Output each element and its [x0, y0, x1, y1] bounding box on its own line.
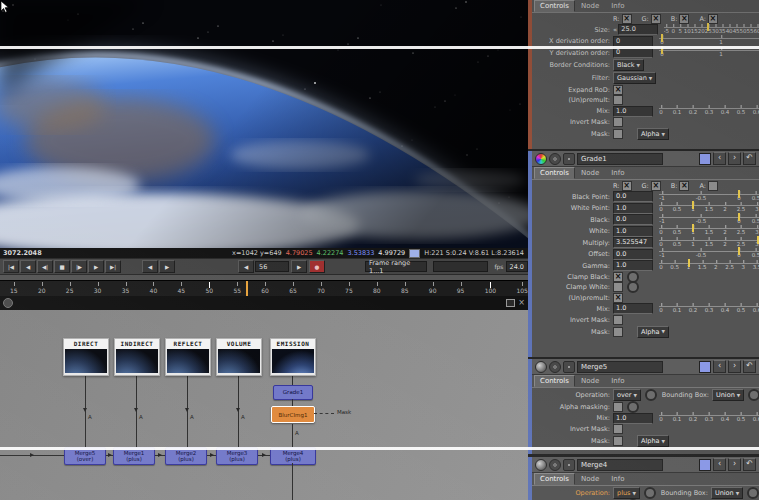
animation-menu-icon[interactable] — [644, 487, 656, 499]
checkbox-x-icon[interactable] — [613, 282, 623, 292]
slider-caret-icon[interactable] — [661, 34, 663, 42]
prev-panel-icon[interactable]: ‹ — [713, 360, 726, 373]
tab-controls[interactable]: Controls — [534, 0, 575, 12]
checkbox-x-icon[interactable]: × — [651, 14, 661, 24]
value-field[interactable]: 0.0 — [613, 191, 653, 202]
value-field[interactable]: 25.0 — [618, 24, 658, 35]
slider-caret-icon[interactable] — [738, 247, 740, 255]
animation-menu-icon[interactable] — [627, 281, 639, 293]
dropdown[interactable]: over▼ — [613, 389, 641, 401]
dropdown[interactable]: Union▼ — [712, 389, 744, 401]
next-increment-button[interactable]: ▶ — [159, 260, 175, 273]
read-node-indirect[interactable]: INDIRECT — [114, 338, 160, 376]
value-field[interactable]: 0.0 — [613, 249, 653, 260]
value-field[interactable]: 1.0 — [613, 303, 653, 314]
range-field[interactable] — [433, 261, 489, 272]
play-backward-button[interactable]: ◀ — [20, 260, 36, 273]
dropdown[interactable]: Gaussian▼ — [613, 72, 656, 84]
panel-node-name-field[interactable]: Grade1 — [577, 153, 663, 165]
animation-menu-icon[interactable] — [627, 401, 639, 413]
step-back-button[interactable]: ◀| — [37, 260, 53, 273]
read-node-emission[interactable]: EMISSION — [270, 338, 316, 376]
goto-end-button[interactable]: ▶| — [105, 260, 121, 273]
checkbox-x-icon[interactable] — [613, 315, 623, 325]
read-node-direct[interactable]: DIRECT — [63, 338, 109, 376]
panel-node-name-field[interactable]: Merge5 — [577, 361, 663, 373]
animation-menu-icon[interactable] — [747, 487, 759, 499]
center-node-icon[interactable] — [563, 459, 575, 471]
blur-node-selected[interactable]: BlurCImg1 — [271, 406, 315, 423]
value-field[interactable]: 1.0 — [613, 413, 653, 424]
float-pane-icon[interactable] — [506, 299, 515, 307]
tab-node[interactable]: Node — [575, 375, 605, 387]
checkbox-x-icon[interactable]: × — [622, 14, 632, 24]
tab-info[interactable]: Info — [605, 375, 630, 387]
revert-icon[interactable]: ↶ — [743, 152, 756, 165]
checkbox-x-icon[interactable] — [613, 402, 623, 412]
step-forward-button[interactable]: |▶ — [71, 260, 87, 273]
slider-caret-icon[interactable] — [692, 201, 694, 209]
slider-caret-icon[interactable] — [738, 190, 740, 198]
prev-panel-icon[interactable]: ‹ — [713, 458, 726, 471]
value-field[interactable]: 1.0 — [613, 260, 653, 271]
value-field[interactable]: 1.0 — [613, 106, 653, 117]
tab-info[interactable]: Info — [605, 0, 630, 12]
next-panel-icon[interactable]: › — [728, 458, 741, 471]
stop-button[interactable]: ■ — [54, 260, 70, 273]
tab-node[interactable]: Node — [575, 167, 605, 179]
tab-node[interactable]: Node — [575, 0, 605, 12]
revert-icon[interactable]: ↶ — [743, 360, 756, 373]
panel-node-name-field[interactable]: Merge4 — [577, 459, 663, 471]
frame-back-button[interactable]: ◀ — [238, 260, 254, 273]
timeline-ruler[interactable]: 1520253035404550556065707580859095100105 — [0, 280, 528, 297]
frame-range-field[interactable]: Frame range 1...1 — [365, 261, 427, 272]
gear-icon[interactable] — [549, 361, 561, 373]
read-node-volume[interactable]: VOLUME — [216, 338, 262, 376]
slider-caret-icon[interactable] — [738, 213, 740, 221]
pane-menu-icon[interactable] — [3, 298, 13, 308]
record-icon[interactable]: ● — [309, 260, 325, 273]
channel-split-icon[interactable]: « — [613, 26, 617, 34]
close-pane-icon[interactable]: × — [518, 299, 525, 307]
prev-increment-button[interactable]: ◀ — [142, 260, 158, 273]
next-panel-icon[interactable]: › — [728, 152, 741, 165]
gear-icon[interactable] — [549, 459, 561, 471]
viewer-canvas[interactable] — [0, 0, 528, 248]
checkbox-x-icon[interactable]: × — [613, 272, 623, 282]
value-field[interactable]: 1.0 — [613, 203, 653, 214]
checkbox-x-icon[interactable] — [613, 95, 623, 105]
dropdown[interactable]: Alpha▼ — [637, 326, 669, 338]
play-forward-button[interactable]: ▶ — [88, 260, 104, 273]
fps-field[interactable]: 24.0 — [506, 261, 529, 272]
grade-node[interactable]: Grade1 — [273, 385, 313, 400]
playhead[interactable] — [246, 281, 248, 297]
tab-node[interactable]: Node — [575, 473, 605, 485]
tab-controls[interactable]: Controls — [534, 473, 575, 485]
read-node-reflect[interactable]: REFLECT — [165, 338, 211, 376]
gear-icon[interactable] — [549, 153, 561, 165]
node-color-swatch[interactable] — [699, 361, 711, 373]
tab-info[interactable]: Info — [605, 473, 630, 485]
value-field[interactable]: 1.0 — [613, 226, 653, 237]
value-field[interactable]: 0.0 — [613, 214, 653, 225]
goto-start-button[interactable]: |◀ — [3, 260, 19, 273]
tab-controls[interactable]: Controls — [534, 167, 575, 179]
checkbox-x-icon[interactable] — [613, 129, 623, 139]
dropdown[interactable]: Black▼ — [613, 59, 644, 71]
dropdown[interactable]: Union▼ — [711, 487, 743, 499]
frame-forward-button[interactable]: ▶ — [291, 260, 307, 273]
animation-menu-icon[interactable] — [645, 389, 657, 401]
dropdown[interactable]: plus▼ — [613, 487, 640, 499]
prev-panel-icon[interactable]: ‹ — [713, 152, 726, 165]
checkbox-x-icon[interactable] — [613, 436, 623, 446]
next-panel-icon[interactable]: › — [728, 360, 741, 373]
center-node-icon[interactable] — [563, 361, 575, 373]
dropdown[interactable]: Alpha▼ — [637, 435, 669, 447]
checkbox-x-icon[interactable]: × — [613, 85, 623, 95]
checkbox-x-icon[interactable] — [613, 327, 623, 337]
revert-icon[interactable]: ↶ — [743, 458, 756, 471]
checkbox-x-icon[interactable]: × — [613, 293, 623, 303]
node-graph[interactable]: DIRECTAINDIRECTAREFLECTAVOLUMEAEMISSIONG… — [0, 310, 528, 500]
tab-controls[interactable]: Controls — [534, 375, 575, 387]
dropdown[interactable]: Alpha▼ — [637, 128, 669, 140]
